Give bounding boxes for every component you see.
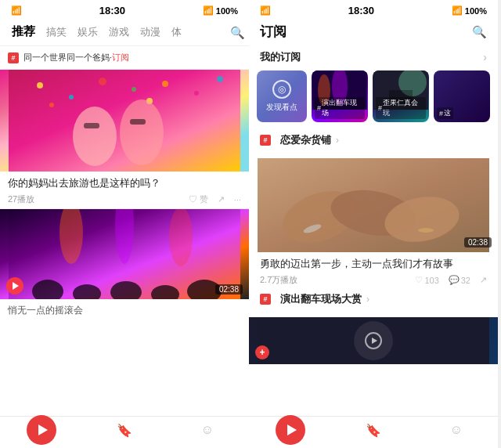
hashtag-icon-2: # [260,294,271,305]
svg-point-5 [162,81,168,87]
svg-point-10 [73,107,117,166]
video-thumb-1[interactable] [0,70,249,172]
play-icon-right [287,425,297,435]
bottom-tab-smile-left[interactable]: ☺ [166,421,249,445]
my-subscription-label: 我的订阅 [260,50,301,64]
time-left: 18:30 [99,5,125,16]
smile-icon-right: ☺ [448,421,465,439]
bottom-tab-play-right[interactable] [249,421,332,445]
tab-funny[interactable]: 搞笑 [41,23,72,41]
svg-point-11 [120,99,164,165]
svg-point-8 [49,103,54,107]
svg-point-34 [418,228,434,233]
video-thumb-2[interactable]: 02:38 [0,209,249,299]
main-video-thumb[interactable]: 02:38 [249,158,498,252]
my-subscription[interactable]: 我的订阅 › [249,45,498,70]
partial-tag: # 这 [437,107,453,119]
like-action[interactable]: ♡ 赞 [189,193,208,205]
play-circle-left [27,415,56,445]
feed-notice: # 同一个世界同一个爸妈· 订阅 [0,46,249,70]
notice-text: 同一个世界同一个爸妈· [23,52,112,63]
status-right-left: 📶 [260,5,271,16]
main-video-plays: 2.7万播放 [260,274,415,286]
channel-arrow-1: › [336,135,339,146]
channel-title-2[interactable]: 演出翻车现场大赏 [280,292,362,306]
channel-section-2: # 演出翻车现场大赏 › [249,289,498,317]
subscription-header: 订阅 🔍 [249,20,498,45]
sub-card-fruit[interactable]: # 歪果仁真会玩 [373,70,429,122]
status-right: 📶 100% [203,5,238,16]
hands-svg [249,158,498,252]
fruit-label-wrapper: # 歪果仁真会玩 [376,97,426,119]
status-bar-left: 📶 18:30 📶 100% [0,0,249,20]
concert-bg: 02:38 [0,209,249,299]
search-icon-right[interactable]: 🔍 [472,25,487,39]
svg-rect-12 [84,123,99,128]
video-info-1: 你的妈妈出去旅游也是这样的吗？ 27播放 ♡ 赞 ↗ ··· [0,172,249,208]
right-panel: 📶 18:30 📶 100% 订阅 🔍 我的订阅 › ◎ 发现看点 # 演 [249,0,498,448]
more-action[interactable]: ··· [234,195,241,204]
wifi-icon: 📶 [11,5,22,16]
video-actions-1: ♡ 赞 ↗ ··· [189,193,241,205]
main-comment-action[interactable]: 💬 32 [449,275,470,285]
play-icon-left [38,425,48,435]
partial-label-wrapper: # 这 [437,105,487,120]
tab-body[interactable]: 体 [166,23,187,41]
tab-entertainment[interactable]: 娱乐 [72,23,103,41]
search-button-left[interactable]: 🔍 [230,26,243,38]
video-title-1: 你的妈妈出去旅游也是这样的吗？ [8,176,241,190]
mini-thumb[interactable]: + [249,317,498,364]
bottom-tab-smile-right[interactable]: ☺ [415,421,498,445]
bottom-tabs-left: 🔖 ☺ [0,416,249,448]
video-card-1: 你的妈妈出去旅游也是这样的吗？ 27播放 ♡ 赞 ↗ ··· [0,70,249,208]
sub-card-concert[interactable]: # 演出翻车现场 [312,70,368,122]
battery-text-right: 100% [465,6,487,16]
tab-anime[interactable]: 动漫 [135,23,166,41]
svg-point-7 [217,76,223,82]
sub-cards-row: ◎ 发现看点 # 演出翻车现场 # 歪果仁真会玩 [249,70,498,130]
hashtag-icon-1: # [260,135,271,146]
bottom-tab-play-left[interactable] [0,421,83,445]
fruit-tag: # 歪果仁真会玩 [376,97,426,119]
confetti-bg [0,70,249,172]
svg-point-1 [37,82,43,89]
smile-icon-left: ☺ [199,421,216,439]
main-video-title: 勇敢的迈出第一步，主动一点我们才有故事 [260,257,487,271]
tab-recommend[interactable]: 推荐 [6,23,41,41]
bottom-tab-bookmark-right[interactable]: 🔖 [332,421,415,445]
svg-point-4 [132,87,136,92]
signal-icon-right: 📶 [452,5,463,16]
svg-rect-13 [130,119,146,125]
concert-tag: # 演出翻车现场 [315,97,365,119]
sub-card-label-discover: 发现看点 [266,102,297,113]
video-meta-1: 27播放 ♡ 赞 ↗ ··· [8,193,241,205]
page-title-right: 订阅 [260,23,287,41]
svg-point-3 [99,78,106,85]
status-bar-right: 📶 18:30 📶 100% [249,0,498,20]
concert-label-wrapper: # 演出翻车现场 [315,97,365,119]
share-action[interactable]: ↗ [218,194,225,204]
video-duration-main: 02:38 [464,237,492,247]
notice-link[interactable]: 订阅 [112,52,129,63]
sub-card-discover[interactable]: ◎ 发现看点 [257,70,307,122]
bottom-tabs-right: 🔖 ☺ [249,416,498,448]
main-like-action[interactable]: ♡ 103 [415,275,438,285]
tab-game[interactable]: 游戏 [103,23,135,41]
channel-title-1[interactable]: 恋爱杂货铺 [280,133,331,147]
bottom-tab-bookmark-left[interactable]: 🔖 [83,421,166,445]
play-triangle [13,282,19,290]
channel-header-2: # 演出翻车现场大赏 › [260,292,487,306]
main-share-action[interactable]: ↗ [480,275,487,285]
battery-text: 100% [216,6,238,16]
svg-point-6 [194,91,199,96]
sub-card-partial[interactable]: # 这 [434,70,490,122]
discover-circle: ◎ [272,80,291,99]
play-circle-right [276,415,305,445]
signal-icon: 📶 [203,5,214,16]
hashtag-icon: # [8,52,19,63]
confetti-svg [0,70,249,172]
mini-play-overlay [365,332,382,349]
bookmark-icon-right: 🔖 [365,421,382,439]
main-video-actions: ♡ 103 💬 32 ↗ [415,275,487,285]
mini-play-triangle [372,338,377,344]
